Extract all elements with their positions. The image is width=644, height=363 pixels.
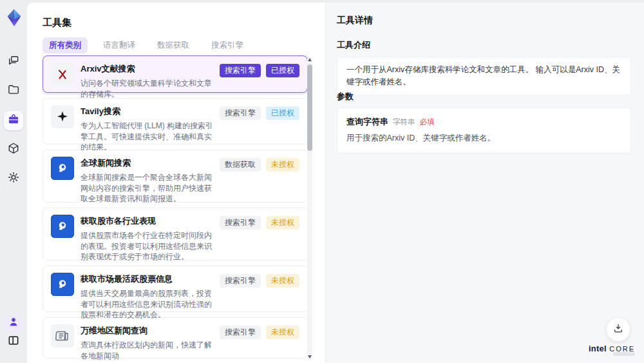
tool-list-scrollbar[interactable] xyxy=(307,57,312,360)
page-title: 工具集 xyxy=(43,17,71,29)
param-name: 查询字符串 xyxy=(346,116,388,128)
tool-name: Arxiv文献搜索 xyxy=(80,63,213,75)
stock-search-icon xyxy=(51,273,74,296)
sidebar-item-settings[interactable] xyxy=(4,169,23,188)
gear-icon xyxy=(7,171,20,186)
tool-card-global-news[interactable]: 全球新闻搜索 全球新闻搜索是一个聚合全球各大新闻网站内容的搜索引擎，帮助用户快速… xyxy=(43,150,308,202)
param-card: 查询字符串 字符串 必填 用于搜索的Arxiv ID、关键字或作者姓名。 xyxy=(337,108,631,153)
tool-name: Tavily搜索 xyxy=(80,106,213,117)
intro-heading: 工具介绍 xyxy=(337,39,370,51)
tab-language-translation[interactable]: 语言翻译 xyxy=(97,37,142,54)
tab-all-categories[interactable]: 所有类别 xyxy=(43,37,88,54)
tool-desc: 提供当天交易量最高的股票列表，投资者可以利用这些信息来识别流动性强的股票和潜在的… xyxy=(80,288,213,320)
folder-icon xyxy=(7,83,20,99)
auth-badge: 未授权 xyxy=(266,216,299,230)
category-badge: 搜索引擎 xyxy=(220,326,261,339)
category-badge: 数据获取 xyxy=(220,158,261,172)
auth-badge: 已授权 xyxy=(266,64,299,77)
category-badge: 搜索引擎 xyxy=(220,106,261,120)
sidebar-item-packages[interactable] xyxy=(4,140,23,159)
category-tabs: 所有类别 语言翻译 数据获取 搜索引擎 xyxy=(43,37,250,54)
auth-badge: 未授权 xyxy=(266,158,299,172)
main-panel: 工具集 所有类别 语言翻译 数据获取 搜索引擎 Arxiv文献搜索 访问各个研究… xyxy=(27,3,644,363)
layout-columns-icon xyxy=(7,334,20,349)
auth-badge: 未授权 xyxy=(266,274,299,288)
newspaper-icon xyxy=(51,324,74,348)
sidebar-item-panels[interactable] xyxy=(4,332,23,351)
sidebar-item-toolbox[interactable] xyxy=(4,111,23,130)
arxiv-icon xyxy=(51,63,74,86)
tool-card-tavily[interactable]: Tavily搜索 专为人工智能代理 (LLM) 构建的搜索引擎工具。可快速提供实… xyxy=(43,98,308,144)
tool-name: 获取市场最活跃股票信息 xyxy=(80,273,213,285)
tool-name: 全球新闻搜索 xyxy=(80,157,213,169)
brand-subtitle-bar xyxy=(613,352,635,356)
sidebar-item-account[interactable] xyxy=(4,313,23,333)
param-desc: 用于搜索的Arxiv ID、关键字或作者姓名。 xyxy=(346,133,621,144)
tab-data-fetch[interactable]: 数据获取 xyxy=(151,37,196,54)
tool-details-panel: 工具详情 工具介绍 一个用于从Arxiv存储库搜索科学论文和文章的工具。 输入可… xyxy=(325,3,644,363)
brand-intel-text: intel xyxy=(589,344,607,353)
tool-desc: 提供股票市场各个行业在特定时间段内的表现。投资者可以利用这些信息来识别表现优于或… xyxy=(80,230,213,262)
tavily-star-icon xyxy=(51,105,74,128)
intro-box: 一个用于从Arxiv存储库搜索科学论文和文章的工具。 输入可以是Arxiv ID… xyxy=(337,57,631,95)
auth-badge: 未授权 xyxy=(266,326,299,339)
tool-desc: 专为人工智能代理 (LLM) 构建的搜索引擎工具。可快速提供实时、准确和真实的结… xyxy=(80,121,213,153)
briefcase-icon xyxy=(7,113,20,128)
tool-desc: 查询具体行政区划内的新闻，快速了解各地新闻动 xyxy=(80,340,213,361)
scroll-down-arrow-icon[interactable] xyxy=(308,355,312,358)
tool-card-active-stocks[interactable]: 获取市场最活跃股票信息 提供当天交易量最高的股票列表，投资者可以利用这些信息来识… xyxy=(43,266,308,312)
details-title: 工具详情 xyxy=(337,15,373,26)
download-button[interactable] xyxy=(606,317,630,342)
tool-name: 万维地区新闻查询 xyxy=(80,325,213,337)
category-badge: 搜索引擎 xyxy=(220,64,261,77)
download-icon xyxy=(612,322,624,337)
tool-name: 获取股市各行业表现 xyxy=(80,215,213,227)
news-search-icon xyxy=(51,157,74,180)
tool-card-regional-news[interactable]: 万维地区新闻查询 查询具体行政区划内的新闻，快速了解各地新闻动 搜索引擎 未授权 xyxy=(43,317,308,358)
scroll-up-arrow-icon[interactable] xyxy=(308,58,312,61)
left-rail xyxy=(0,0,27,363)
category-badge: 搜索引擎 xyxy=(220,216,261,230)
tool-desc: 全球新闻搜索是一个聚合全球各大新闻网站内容的搜索引擎，帮助用户快速获取全球最新资… xyxy=(80,172,213,204)
tab-search-engine[interactable]: 搜索引擎 xyxy=(205,37,250,54)
tool-desc: 访问各个研究领域大量科学论文和文章的存储库。 xyxy=(80,78,213,99)
param-type: 字符串 xyxy=(393,117,415,127)
tool-list: Arxiv文献搜索 访问各个研究领域大量科学论文和文章的存储库。 搜索引擎 已授… xyxy=(43,55,308,363)
auth-badge: 已授权 xyxy=(266,106,299,120)
user-icon xyxy=(7,315,20,331)
app-logo[interactable] xyxy=(5,8,24,28)
params-heading: 参数 xyxy=(337,91,354,103)
scrollbar-thumb[interactable] xyxy=(307,64,312,151)
tool-card-arxiv[interactable]: Arxiv文献搜索 访问各个研究领域大量科学论文和文章的存储库。 搜索引擎 已授… xyxy=(43,55,308,93)
sidebar-item-chat[interactable] xyxy=(4,52,23,72)
param-required-flag: 必填 xyxy=(420,117,435,127)
chat-icon xyxy=(7,54,20,70)
category-badge: 搜索引擎 xyxy=(220,274,261,288)
intro-text: 一个用于从Arxiv存储库搜索科学论文和文章的工具。 输入可以是Arxiv ID… xyxy=(346,65,620,86)
stock-search-icon xyxy=(51,215,74,238)
cube-icon xyxy=(7,142,20,157)
tool-card-sector-performance[interactable]: 获取股市各行业表现 提供股票市场各个行业在特定时间段内的表现。投资者可以利用这些… xyxy=(43,208,308,260)
sidebar-item-files[interactable] xyxy=(4,81,23,101)
